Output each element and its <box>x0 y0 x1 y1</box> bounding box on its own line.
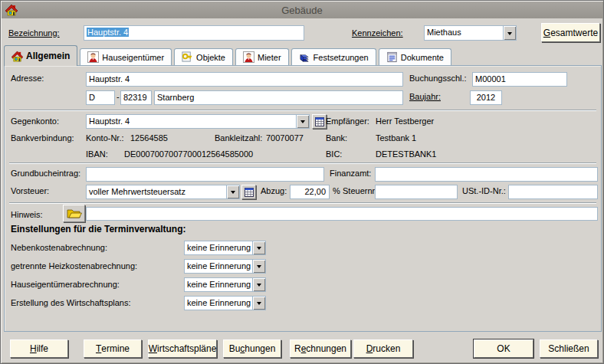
abzug-label: Abzug: <box>261 186 287 195</box>
table-grid-icon <box>245 188 254 197</box>
termine-button[interactable]: Termine <box>84 339 142 358</box>
hauseigentuemer-abrechnung-label: Hauseigentümerabrechnung: <box>11 280 120 289</box>
tab-festsetzungen[interactable]: Festsetzungen <box>291 48 376 65</box>
konto-nr-label: Konto-Nr.: <box>86 133 124 143</box>
street-input[interactable]: Hauptstr. 4 <box>86 72 403 87</box>
rechnungen-button[interactable]: Rechnungen <box>290 339 351 358</box>
heizkosten-dropdown[interactable]: keine Erinnerung <box>184 259 266 274</box>
person-icon <box>87 51 99 63</box>
chevron-down-icon[interactable] <box>252 260 265 273</box>
bezeichnung-value: Hauptstr. 4 <box>87 28 129 37</box>
gegenkonto-list-button[interactable] <box>312 114 327 129</box>
vorsteuer-label: Vorsteuer: <box>11 186 49 195</box>
tab-objekte[interactable]: Objekte <box>174 48 233 65</box>
bankleitzahl-label: Bankleitzahl: <box>215 133 262 143</box>
heizkosten-label: getrennte Heizkostenabrechnung: <box>11 261 137 271</box>
tab-label: Mieter <box>258 53 281 62</box>
address-dash: - <box>117 92 120 101</box>
gegenkonto-dropdown[interactable]: Hauptstr. 4 <box>86 114 310 129</box>
konto-nr-value: 12564585 <box>130 133 168 143</box>
key-icon <box>182 51 193 63</box>
wirtschaftsplan-dropdown[interactable]: keine Erinnerung <box>184 296 266 310</box>
hinweis-input[interactable] <box>86 207 598 221</box>
heizkosten-value: keine Erinnerung <box>185 260 252 273</box>
nebenkosten-dropdown[interactable]: keine Erinnerung <box>184 241 266 255</box>
table-grid-icon <box>315 117 324 126</box>
abzug-input[interactable]: 22,00 <box>290 185 330 199</box>
gegenkonto-label: Gegenkonto: <box>11 116 59 126</box>
empfaenger-value: Herr Testberger <box>376 116 434 126</box>
buchungsschl-input[interactable]: M00001 <box>472 72 567 87</box>
bankleitzahl-value: 70070077 <box>266 133 304 143</box>
vorsteuer-list-button[interactable] <box>241 185 256 199</box>
baujahr-input[interactable]: 2012 <box>470 90 502 105</box>
nebenkosten-label: Nebenkostenabrechnung: <box>11 243 107 252</box>
nebenkosten-value: keine Erinnerung <box>185 241 252 254</box>
hauseigentuemer-abrechnung-value: keine Erinnerung <box>185 278 252 291</box>
wirtschaftsplan-value: keine Erinnerung <box>185 297 252 310</box>
vorsteuer-value: voller Mehrwertsteuersatz <box>87 185 226 198</box>
buchungen-button[interactable]: Buchungen <box>223 339 281 358</box>
kennzeichen-value: Miethaus <box>425 26 503 40</box>
document-icon <box>386 51 398 63</box>
zip-input[interactable]: 82319 <box>120 90 152 105</box>
hinweis-folder-button[interactable] <box>63 205 85 222</box>
title-bar: Gebäude <box>2 2 602 18</box>
bank-value: Testbank 1 <box>376 133 416 143</box>
ok-button[interactable]: OK <box>474 339 533 358</box>
allgemein-panel: Adresse: Hauptstr. 4 Buchungsschl.: M000… <box>4 65 602 332</box>
chevron-down-icon[interactable] <box>252 278 265 291</box>
hauseigentuemer-abrechnung-dropdown[interactable]: keine Erinnerung <box>184 277 266 292</box>
chevron-down-icon[interactable] <box>296 115 309 128</box>
tab-mieter[interactable]: Mieter <box>235 48 289 65</box>
ust-id-input[interactable] <box>508 185 598 199</box>
chevron-down-icon[interactable] <box>252 297 265 310</box>
tab-dokumente[interactable]: Dokumente <box>379 48 451 65</box>
kennzeichen-label: Kennzeichen: <box>352 28 403 38</box>
bezeichnung-label: Bezeichnung: <box>8 28 60 38</box>
kennzeichen-dropdown[interactable]: Miethaus <box>424 25 517 41</box>
tab-hauseigentuemer[interactable]: Hauseigentümer <box>80 48 172 65</box>
adresse-label: Adresse: <box>11 74 44 83</box>
grundbucheintrag-label: Grundbucheintrag: <box>11 169 80 178</box>
tab-allgemein[interactable]: Allgemein <box>4 45 77 66</box>
gebaeude-dialog: Gebäude Bezeichnung: Hauptstr. 4 Kennzei… <box>0 0 604 364</box>
bezeichnung-input[interactable]: Hauptstr. 4 <box>84 25 304 41</box>
ust-id-label: USt.-ID-Nr.: <box>462 186 506 195</box>
bankverbindung-label: Bankverbindung: <box>11 133 74 143</box>
tab-label: Festsetzungen <box>313 53 369 62</box>
drucken-button[interactable]: Drucken <box>353 339 413 358</box>
vorsteuer-dropdown[interactable]: voller Mehrwertsteuersatz <box>86 185 240 199</box>
buchungsschl-label: Buchungsschl.: <box>409 74 467 83</box>
steuernr-input[interactable] <box>375 185 458 199</box>
gegenkonto-value: Hauptstr. 4 <box>87 115 296 128</box>
steuernr-label: Steuernr.: <box>343 186 379 195</box>
grundbucheintrag-input[interactable] <box>86 167 324 182</box>
hinweis-label: Hinweis: <box>11 210 43 219</box>
chevron-down-icon[interactable] <box>503 26 516 40</box>
separator <box>9 202 596 204</box>
bank-label: Bank: <box>326 133 347 143</box>
schliessen-button[interactable]: Schließen <box>540 339 598 358</box>
chevron-down-icon[interactable] <box>252 241 265 254</box>
tab-bar: Allgemein Hauseigentümer <box>4 45 602 66</box>
books-icon <box>299 51 310 63</box>
city-input[interactable]: Starnberg <box>154 90 403 105</box>
tab-label: Allgemein <box>26 51 70 61</box>
finanzamt-label: Finanzamt: <box>330 169 371 178</box>
separator <box>9 162 596 164</box>
chevron-down-icon[interactable] <box>226 185 239 198</box>
tab-label: Hauseigentümer <box>102 53 164 62</box>
hilfe-button[interactable]: Hilfe <box>10 339 68 358</box>
wirtschaftsplaene-button[interactable]: Wirtschaftspläne <box>148 339 217 358</box>
window-title: Gebäude <box>2 5 602 16</box>
wirtschaftsplan-label: Erstellung des Wirtschaftsplans: <box>11 298 131 307</box>
tab-label: Objekte <box>196 53 225 62</box>
baujahr-label: Baujahr: <box>409 92 441 101</box>
gesamtwerte-button[interactable]: Gesamtwerte <box>541 23 600 42</box>
percent-sign: % <box>333 186 340 195</box>
termin-heading: Einstellungen für die Terminverwaltung: <box>11 224 185 234</box>
country-input[interactable]: D <box>86 90 115 105</box>
iban-label: IBAN: <box>86 149 108 159</box>
finanzamt-input[interactable] <box>375 167 598 182</box>
